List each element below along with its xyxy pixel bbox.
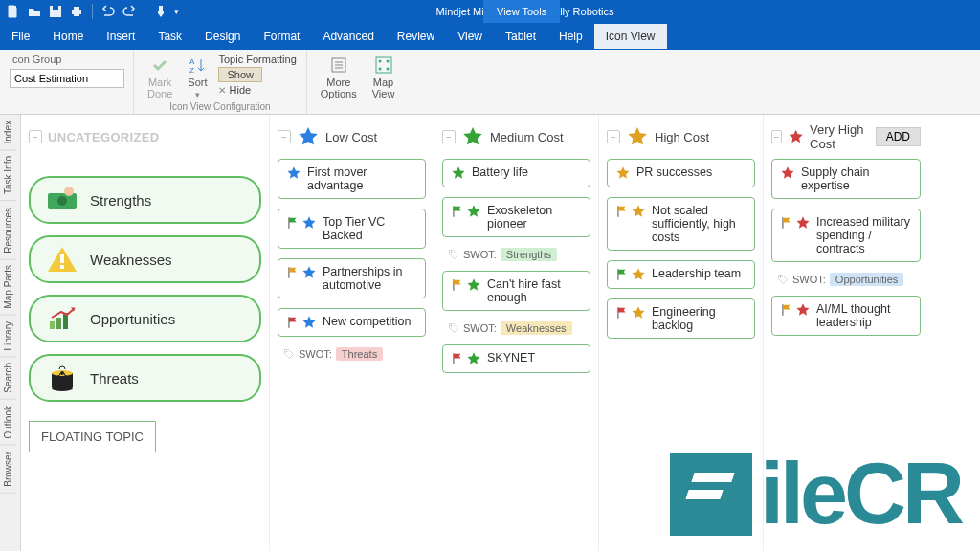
- undo-icon[interactable]: [100, 4, 116, 19]
- column-medium: −Medium CostBattery lifeExoskeleton pion…: [434, 115, 599, 551]
- show-toggle[interactable]: Show: [218, 67, 262, 82]
- card-tag: SWOT:Strengths: [448, 248, 557, 261]
- column-low: −Low CostFirst mover advantageTop Tier V…: [270, 115, 434, 551]
- rail-index[interactable]: Index: [0, 115, 16, 150]
- menu-home[interactable]: Home: [41, 24, 95, 49]
- card-text: Can't hire fast enough: [487, 277, 582, 304]
- svg-rect-19: [60, 265, 64, 269]
- rail-outlook[interactable]: Outlook: [0, 400, 16, 445]
- menu-review[interactable]: Review: [386, 24, 446, 49]
- swot-weaknesses[interactable]: Weaknesses: [29, 235, 261, 283]
- star-icon: [795, 302, 811, 318]
- mark-done-button[interactable]: Mark Done: [144, 54, 176, 101]
- icongroup-select[interactable]: [10, 69, 124, 88]
- rail-resources[interactable]: Resources: [0, 202, 16, 260]
- menu-task[interactable]: Task: [146, 24, 193, 49]
- new-file-icon[interactable]: [6, 4, 21, 19]
- menu-design[interactable]: Design: [193, 24, 252, 49]
- card-text: PR successes: [636, 165, 712, 179]
- menu-view[interactable]: View: [446, 24, 494, 49]
- rail-library[interactable]: Library: [0, 316, 16, 358]
- svg-point-13: [378, 68, 381, 71]
- card-text: AI/ML thought leadership: [816, 302, 912, 329]
- menu-iconview[interactable]: Icon View: [594, 24, 667, 49]
- card[interactable]: Partnerships in automotive: [278, 258, 426, 298]
- rail-browser[interactable]: Browser: [0, 446, 16, 494]
- more-options-button[interactable]: More Options: [317, 54, 361, 101]
- collapse-icon[interactable]: −: [607, 130, 620, 143]
- dropdown-icon[interactable]: ▾: [174, 7, 179, 16]
- swot-opportunities[interactable]: Opportunities: [29, 295, 261, 342]
- svg-text:A: A: [189, 57, 195, 66]
- print-icon[interactable]: [69, 4, 84, 19]
- rail-mapparts[interactable]: Map Parts: [0, 259, 16, 316]
- svg-point-14: [386, 68, 389, 71]
- flag-icon: [615, 204, 629, 219]
- svg-rect-18: [60, 254, 64, 263]
- svg-point-11: [378, 60, 381, 63]
- add-column-button[interactable]: ADD: [876, 127, 921, 146]
- flag-icon: [286, 215, 300, 231]
- card-text: Supply chain expertise: [801, 165, 912, 192]
- card[interactable]: Engineering backlog: [607, 298, 755, 339]
- rail-taskinfo[interactable]: Task Info: [0, 150, 16, 201]
- swot-strengths[interactable]: Strengths: [29, 176, 261, 224]
- menu-insert[interactable]: Insert: [95, 24, 146, 49]
- tag-icon: [448, 249, 459, 260]
- map-view-button[interactable]: Map View: [368, 54, 399, 101]
- dropdown-icon: ▾: [195, 90, 200, 99]
- tag-icon: [777, 274, 789, 285]
- card[interactable]: Top Tier VC Backed: [278, 209, 426, 249]
- card-text: First mover advantage: [307, 165, 417, 192]
- flag-icon: [780, 302, 793, 318]
- watermark-logo-icon: [670, 453, 752, 536]
- menubar: File Home Insert Task Design Format Adva…: [0, 23, 980, 50]
- card[interactable]: Leadership team: [607, 260, 755, 289]
- menu-format[interactable]: Format: [252, 24, 311, 49]
- card[interactable]: Can't hire fast enough: [442, 271, 590, 311]
- hide-toggle[interactable]: Hide: [230, 84, 252, 96]
- brush-icon[interactable]: [153, 4, 168, 19]
- ribbon-caption-blank: [10, 101, 123, 112]
- card[interactable]: Exoskeleton pioneer: [442, 197, 590, 237]
- sort-button[interactable]: AZ Sort ▾: [184, 54, 211, 101]
- card[interactable]: New competition: [278, 308, 426, 337]
- svg-point-12: [386, 60, 389, 63]
- card[interactable]: AI/ML thought leadership: [771, 296, 921, 336]
- card-text: New competition: [323, 315, 411, 328]
- menu-help[interactable]: Help: [547, 24, 594, 49]
- svg-point-16: [57, 196, 67, 206]
- card[interactable]: Supply chain expertise: [771, 159, 921, 199]
- menu-advanced[interactable]: Advanced: [311, 24, 385, 49]
- separator: [145, 4, 145, 19]
- swot-threats[interactable]: Threats: [29, 354, 261, 402]
- contextual-tab-label: View Tools: [483, 0, 560, 23]
- card[interactable]: Increased military spending / contracts: [771, 209, 921, 262]
- menu-tablet[interactable]: Tablet: [494, 24, 547, 49]
- flag-icon: [286, 315, 300, 330]
- column-title: UNCATEGORIZED: [48, 130, 159, 144]
- card[interactable]: First mover advantage: [278, 159, 426, 199]
- card[interactable]: SKYNET: [442, 344, 590, 373]
- save-icon[interactable]: [48, 4, 63, 19]
- rail-search[interactable]: Search: [0, 357, 16, 400]
- collapse-icon[interactable]: −: [278, 130, 291, 143]
- star-icon: [615, 165, 631, 181]
- card[interactable]: Battery life: [442, 159, 590, 187]
- collapse-icon[interactable]: −: [771, 130, 782, 143]
- open-icon[interactable]: [27, 4, 42, 19]
- card-text: Battery life: [472, 165, 528, 179]
- card[interactable]: Not scaled sufficiently, high costs: [607, 197, 755, 251]
- star-icon: [780, 165, 795, 181]
- menu-file[interactable]: File: [0, 24, 41, 49]
- collapse-icon[interactable]: −: [442, 130, 456, 143]
- check-icon: [150, 55, 169, 75]
- floating-topic[interactable]: FLOATING TOPIC: [29, 421, 156, 452]
- svg-rect-6: [159, 6, 163, 11]
- redo-icon[interactable]: [122, 4, 137, 19]
- svg-point-29: [780, 276, 782, 278]
- card[interactable]: PR successes: [607, 159, 755, 187]
- collapse-icon[interactable]: −: [29, 130, 42, 143]
- svg-point-25: [60, 371, 64, 375]
- column-title: Very High Cost: [810, 122, 870, 151]
